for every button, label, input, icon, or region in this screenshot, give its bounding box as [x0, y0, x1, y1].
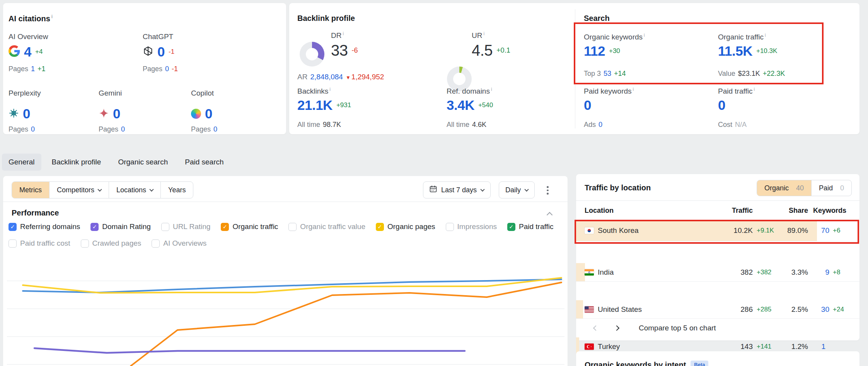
triangle-down-icon: ▼ [346, 75, 351, 80]
flag-south-korea-icon [585, 227, 594, 234]
organic-traffic-value[interactable]: 11.5K [718, 43, 752, 59]
paid-keywords-value[interactable]: 0 [584, 97, 591, 113]
ar-value[interactable]: 2,848,084 [310, 73, 343, 81]
info-icon[interactable]: i [491, 87, 492, 92]
backlink-search-card: Backlink profile DRi 33 -6 AR 2,848,084 … [289, 3, 859, 134]
performance-line-chart[interactable] [5, 262, 566, 366]
dr-label: DRi [331, 31, 344, 40]
ref-domains-label: Ref. domainsi [447, 87, 492, 96]
paid-traffic-label: Paid traffici [718, 87, 755, 96]
organic-keywords-value[interactable]: 112 [584, 43, 605, 59]
info-icon[interactable]: i [483, 31, 484, 36]
backlinks-value[interactable]: 21.1K [297, 97, 333, 113]
toggle-organic[interactable]: Organic40 [757, 180, 811, 196]
tab-general[interactable]: General [2, 154, 41, 171]
column-header-traffic[interactable]: Traffic [732, 207, 753, 215]
chatgpt-icon [143, 46, 153, 58]
compare-top5-link[interactable]: Compare top 5 on chart [639, 324, 716, 332]
competitors-dropdown[interactable]: Competitors [49, 182, 109, 198]
locations-dropdown[interactable]: Locations [109, 182, 160, 198]
value-row: Value $23.1K +22.3K [718, 70, 785, 78]
backlink-profile-title: Backlink profile [297, 14, 355, 23]
performance-title: Performance [12, 209, 59, 217]
checkbox-paid-traffic-cost[interactable]: ✓Paid traffic cost [9, 239, 70, 248]
column-header-share[interactable]: Share [789, 207, 808, 215]
series-organic-traffic [131, 282, 561, 366]
prev-page-chevron-left-icon[interactable] [593, 325, 599, 331]
organic-keywords-label: Organic keywordsi [584, 32, 645, 41]
copilot-pages: Pages 0 [191, 125, 217, 133]
organic-traffic-delta: +10.3K [756, 47, 777, 55]
checkbox-paid-traffic[interactable]: ✓Paid traffic [507, 222, 553, 231]
gemini-icon [99, 108, 109, 120]
info-icon[interactable]: i [329, 87, 331, 92]
keywords-by-intent-title: Organic keywords by intent [585, 361, 686, 366]
table-footer: Compare top 5 on chart [576, 318, 859, 338]
toolbar-divider [3, 202, 568, 202]
dr-delta: -6 [352, 46, 358, 55]
ai-citations-title: AI citationsi [9, 14, 53, 23]
checkbox-crawled-pages[interactable]: ✓Crawled pages [81, 239, 142, 248]
beta-badge: Beta [691, 361, 708, 366]
chatgpt-pages: Pages 0 -1 [143, 65, 178, 73]
dr-value: 33 [331, 42, 348, 59]
ur-delta: +0.1 [496, 46, 510, 55]
share-bar [576, 300, 583, 318]
ref-domains-delta: +540 [478, 101, 493, 109]
info-icon[interactable]: i [51, 14, 53, 19]
chevron-down-icon [97, 187, 102, 192]
backlinks-delta: +931 [336, 101, 351, 109]
info-icon[interactable]: i [765, 32, 766, 38]
kebab-menu[interactable] [544, 184, 551, 197]
checkbox-organic-traffic[interactable]: ✓Organic traffic [221, 222, 278, 231]
info-icon[interactable]: i [644, 32, 645, 38]
card-header-divider [576, 200, 859, 201]
checkbox-ai-overviews[interactable]: ✓AI Overviews [152, 239, 206, 248]
tab-backlink-profile[interactable]: Backlink profile [45, 154, 108, 171]
checkbox-domain-rating[interactable]: ✓Domain Rating [90, 222, 151, 231]
ar-row: AR 2,848,084 ▼ 1,294,952 [297, 73, 384, 81]
checkbox-url-rating[interactable]: ✓URL Rating [161, 222, 211, 231]
perplexity-label: Perplexity [9, 89, 41, 97]
checkbox-organic-pages[interactable]: ✓Organic pages [376, 222, 435, 231]
column-header-location[interactable]: Location [585, 207, 614, 215]
table-row-united-states[interactable]: United States 286 +285 2.5% 30 +24 [576, 300, 859, 319]
report-tabs: General Backlink profile Organic search … [2, 154, 230, 171]
checkbox-impressions[interactable]: ✓Impressions [446, 222, 497, 231]
card-divider [575, 9, 575, 128]
collapse-chevron-up-icon[interactable] [547, 212, 553, 218]
chevron-down-icon [149, 187, 153, 192]
next-page-chevron-right-icon[interactable] [614, 325, 619, 331]
info-icon[interactable]: i [633, 87, 634, 92]
gemini-value-row: 0 [99, 106, 120, 121]
ai-overview-pages: Pages 1 +1 [9, 65, 46, 73]
tab-paid-search[interactable]: Paid search [178, 154, 230, 171]
tab-organic-search[interactable]: Organic search [111, 154, 174, 171]
years-button[interactable]: Years [160, 182, 193, 198]
date-range-dropdown[interactable]: Last 7 days [423, 181, 491, 198]
perplexity-value-row: 0 [9, 106, 30, 121]
flag-turkey-icon [585, 343, 594, 350]
granularity-dropdown[interactable]: Daily [499, 181, 535, 198]
ref-domains-value[interactable]: 3.4K [447, 97, 474, 113]
keywords-by-intent-card: Organic keywords by intentBeta [576, 351, 859, 366]
chatgpt-value-row: 0 -1 [143, 44, 174, 60]
table-row-india[interactable]: India 382 +382 3.3% 9 +8 [576, 263, 859, 282]
ahrefs-overview-dashboard: AI citationsi AI Overview 4 +4 Pages 1 +… [0, 0, 868, 366]
column-header-keywords[interactable]: Keywords [813, 207, 846, 215]
chevron-down-icon [524, 187, 529, 192]
organic-keywords-delta: +30 [609, 47, 620, 55]
checkbox-referring-domains[interactable]: ✓Referring domains [9, 222, 80, 231]
info-icon[interactable]: i [754, 87, 755, 92]
ref-domains-alltime: All time 4.6K [447, 121, 486, 129]
ur-label: URi [472, 31, 484, 40]
metrics-button[interactable]: Metrics [12, 182, 49, 198]
chart-filter-group: Metrics Competitors Locations Years [12, 181, 193, 198]
paid-keywords-label: Paid keywordsi [584, 87, 634, 96]
table-row-south-korea[interactable]: South Korea 10.2K +9.1K 89.0% 70 +6 [576, 220, 859, 241]
paid-traffic-value[interactable]: 0 [718, 97, 725, 113]
info-icon[interactable]: i [343, 31, 344, 36]
perplexity-pages: Pages 0 [9, 125, 35, 133]
toggle-paid[interactable]: Paid0 [811, 180, 851, 196]
checkbox-organic-traffic-value[interactable]: ✓Organic traffic value [288, 222, 365, 231]
